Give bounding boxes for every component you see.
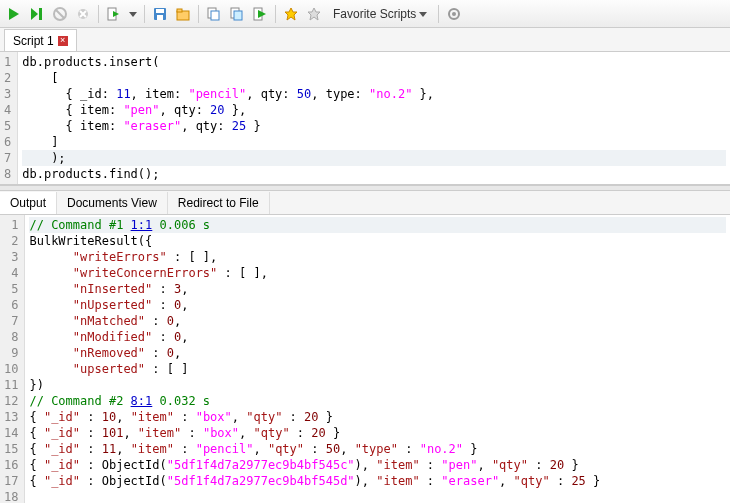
code-line[interactable]: BulkWriteResult({	[29, 233, 726, 249]
svg-rect-17	[211, 11, 219, 20]
code-line[interactable]: // Command #2 8:1 0.032 s	[29, 393, 726, 409]
code-line[interactable]: "writeErrors" : [ ],	[29, 249, 726, 265]
code-line[interactable]: "nModified" : 0,	[29, 329, 726, 345]
code-line[interactable]	[29, 489, 726, 503]
script-tab[interactable]: Script 1 ×	[4, 29, 77, 51]
favorite-scripts-dropdown[interactable]: Favorite Scripts	[327, 7, 433, 21]
script-tabs: Script 1 ×	[0, 28, 730, 52]
run-icon[interactable]	[4, 4, 24, 24]
open-icon[interactable]	[173, 4, 193, 24]
code-line[interactable]: { item: "pen", qty: 20 },	[22, 102, 726, 118]
copy-doc-icon[interactable]	[204, 4, 224, 24]
run-script-dd-icon[interactable]	[127, 4, 139, 24]
toolbar-sep	[98, 5, 99, 23]
code-line[interactable]: db.products.find();	[22, 166, 726, 182]
svg-line-4	[56, 10, 64, 18]
code-line[interactable]: { _id: 11, item: "pencil", qty: 50, type…	[22, 86, 726, 102]
toolbar-sep	[275, 5, 276, 23]
svg-marker-22	[285, 8, 297, 20]
svg-marker-23	[308, 8, 320, 20]
favorite-scripts-label: Favorite Scripts	[333, 7, 416, 21]
svg-marker-24	[419, 12, 427, 17]
svg-rect-12	[156, 9, 164, 13]
output-tab-strip: OutputDocuments ViewRedirect to File	[0, 191, 730, 215]
code-line[interactable]: { "_id" : ObjectId("5df1f4d7a2977ec9b4bf…	[29, 457, 726, 473]
code-line[interactable]: // Command #1 1:1 0.006 s	[29, 217, 726, 233]
gear-icon[interactable]	[444, 4, 464, 24]
output-tab-output[interactable]: Output	[0, 192, 57, 214]
code-line[interactable]: db.products.insert(	[22, 54, 726, 70]
script-editor[interactable]: 12345678 db.products.insert( [ { _id: 11…	[0, 52, 730, 185]
editor-gutter: 12345678	[0, 52, 18, 184]
close-tab-icon[interactable]: ×	[58, 36, 68, 46]
script-tab-label: Script 1	[13, 34, 54, 48]
copy-doc2-icon[interactable]	[227, 4, 247, 24]
svg-rect-2	[39, 8, 42, 20]
code-line[interactable]: { item: "eraser", qty: 25 }	[22, 118, 726, 134]
cancel-icon[interactable]	[73, 4, 93, 24]
output-code[interactable]: // Command #1 1:1 0.006 sBulkWriteResult…	[25, 215, 730, 503]
save-icon[interactable]	[150, 4, 170, 24]
code-line[interactable]: { "_id" : 11, "item" : "pencil", "qty" :…	[29, 441, 726, 457]
code-line[interactable]: "nInserted" : 3,	[29, 281, 726, 297]
code-line[interactable]: );	[22, 150, 726, 166]
toolbar-sep	[144, 5, 145, 23]
svg-point-26	[452, 12, 456, 16]
code-line[interactable]: ]	[22, 134, 726, 150]
code-line[interactable]: "nRemoved" : 0,	[29, 345, 726, 361]
chevron-down-icon	[419, 10, 427, 18]
output-gutter: 123456789101112131415161718	[0, 215, 25, 503]
code-line[interactable]: { "_id" : 101, "item" : "box", "qty" : 2…	[29, 425, 726, 441]
output-pane: 123456789101112131415161718 // Command #…	[0, 215, 730, 503]
code-line[interactable]: })	[29, 377, 726, 393]
svg-marker-1	[31, 8, 38, 20]
toolbar: Favorite Scripts	[0, 0, 730, 28]
svg-marker-0	[9, 8, 19, 20]
run-green-icon[interactable]	[250, 4, 270, 24]
svg-rect-13	[157, 15, 163, 20]
run-step-icon[interactable]	[27, 4, 47, 24]
code-line[interactable]: [	[22, 70, 726, 86]
toolbar-sep	[198, 5, 199, 23]
svg-rect-19	[234, 11, 242, 20]
toolbar-sep	[438, 5, 439, 23]
output-tab-documents-view[interactable]: Documents View	[57, 192, 168, 214]
code-line[interactable]: "nUpserted" : 0,	[29, 297, 726, 313]
code-line[interactable]: "upserted" : [ ]	[29, 361, 726, 377]
output-tab-redirect-to-file[interactable]: Redirect to File	[168, 192, 270, 214]
code-line[interactable]: { "_id" : 10, "item" : "box", "qty" : 20…	[29, 409, 726, 425]
stop-icon[interactable]	[50, 4, 70, 24]
run-script-icon[interactable]	[104, 4, 124, 24]
code-line[interactable]: "writeConcernErrors" : [ ],	[29, 265, 726, 281]
svg-marker-10	[129, 12, 137, 17]
svg-rect-15	[177, 9, 182, 12]
editor-code[interactable]: db.products.insert( [ { _id: 11, item: "…	[18, 52, 730, 184]
star-icon[interactable]	[281, 4, 301, 24]
code-line[interactable]: { "_id" : ObjectId("5df1f4d7a2977ec9b4bf…	[29, 473, 726, 489]
star-grey-icon[interactable]	[304, 4, 324, 24]
code-line[interactable]: "nMatched" : 0,	[29, 313, 726, 329]
